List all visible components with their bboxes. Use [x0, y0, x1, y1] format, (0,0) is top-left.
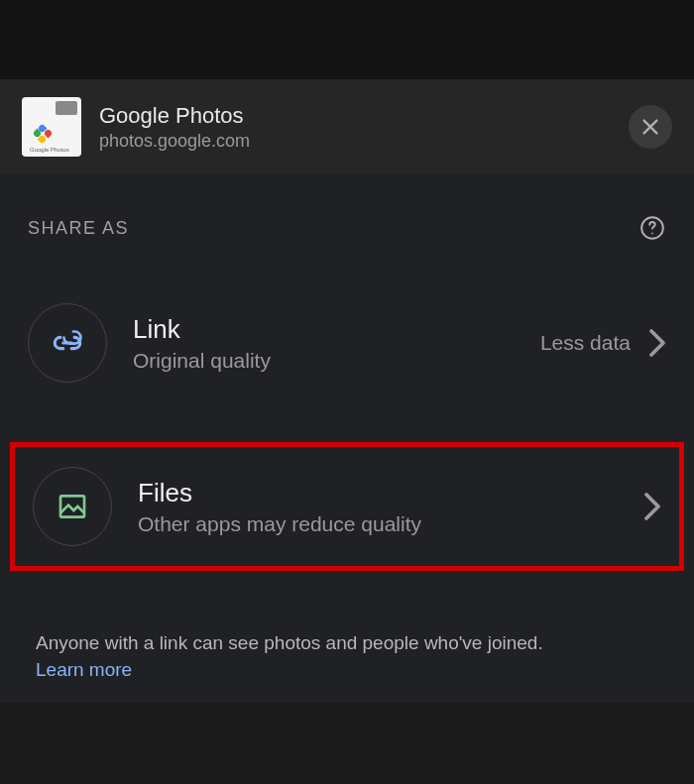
close-button[interactable]	[629, 105, 672, 149]
svg-rect-4	[60, 496, 84, 516]
share-option-link[interactable]: Link Original quality Less data	[0, 281, 694, 404]
top-spacer	[0, 0, 694, 79]
header-card: Google Photos Google Photos photos.googl…	[0, 79, 694, 174]
app-title: Google Photos	[99, 103, 611, 129]
files-option-subtitle: Other apps may reduce quality	[138, 512, 618, 536]
close-icon	[639, 116, 661, 138]
learn-more-link[interactable]: Learn more	[36, 659, 132, 680]
photo-thumbnail: Google Photos	[22, 97, 81, 157]
link-option-title: Link	[133, 314, 515, 345]
help-button[interactable]	[638, 214, 666, 242]
files-highlight: Files Other apps may reduce quality	[10, 442, 684, 571]
share-sheet: SHARE AS Link Original quality Less data	[0, 174, 694, 703]
link-option-subtitle: Original quality	[133, 349, 515, 373]
footer-disclaimer: Anyone with a link can see photos and pe…	[0, 601, 694, 703]
chevron-right-icon	[648, 328, 666, 358]
share-option-files[interactable]: Files Other apps may reduce quality	[27, 461, 667, 552]
disclaimer-text: Anyone with a link can see photos and pe…	[36, 632, 543, 653]
svg-point-3	[651, 233, 653, 235]
help-icon	[639, 215, 665, 241]
link-option-meta: Less data	[540, 331, 631, 355]
files-icon-circle	[33, 467, 112, 546]
image-icon	[57, 491, 88, 522]
link-icon	[51, 326, 84, 360]
chevron-right-icon	[643, 492, 661, 521]
section-label: SHARE AS	[28, 218, 129, 239]
link-icon-circle	[28, 303, 107, 383]
app-url: photos.google.com	[99, 131, 611, 152]
files-option-title: Files	[138, 478, 618, 508]
